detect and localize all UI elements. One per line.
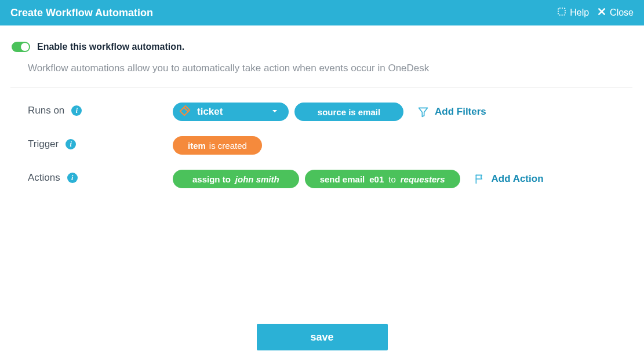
actions-label-wrap: Actions i: [10, 170, 173, 184]
email-mid: to: [388, 174, 396, 184]
runs-on-label: Runs on: [28, 105, 64, 116]
runs-on-label-wrap: Runs on i: [10, 103, 173, 116]
save-button[interactable]: save: [257, 324, 388, 350]
trigger-bold: item: [188, 141, 206, 151]
actions-label: Actions: [28, 172, 60, 184]
info-icon[interactable]: i: [71, 105, 82, 116]
page-title: Create Workflow Automation: [10, 7, 153, 19]
filter-pill-source-text: source is email: [318, 107, 380, 117]
actions-content: assign to john smith send email e01 to r…: [173, 170, 544, 188]
trigger-rest: is created: [209, 141, 247, 151]
flag-icon: [474, 173, 486, 185]
action-pill-email[interactable]: send email e01 to requesters: [305, 170, 460, 188]
header: Create Workflow Automation Help Close: [0, 0, 644, 25]
add-filters-button[interactable]: Add Filters: [417, 106, 486, 118]
runs-on-row: Runs on i ticket source is email: [10, 103, 632, 121]
header-actions: Help Close: [557, 7, 634, 19]
add-action-button[interactable]: Add Action: [474, 173, 544, 185]
trigger-content: item is created: [173, 136, 262, 155]
help-button[interactable]: Help: [557, 7, 589, 19]
assign-target: john smith: [235, 174, 279, 184]
config-rows: Runs on i ticket source is email: [10, 87, 632, 188]
filter-icon: [417, 106, 429, 118]
close-button[interactable]: Close: [597, 7, 634, 19]
description-text: Workflow automations allow you to automa…: [10, 63, 632, 87]
enable-row: Enable this workflow automation.: [10, 42, 632, 52]
enable-toggle[interactable]: [12, 42, 30, 52]
add-filters-label: Add Filters: [435, 106, 486, 118]
trigger-label-wrap: Trigger i: [10, 136, 173, 150]
email-prefix: send email: [320, 174, 365, 184]
assign-prefix: assign to: [192, 174, 231, 184]
email-target: requesters: [401, 174, 445, 184]
filter-pill-source[interactable]: source is email: [294, 103, 403, 121]
actions-row: Actions i assign to john smith send emai…: [10, 170, 632, 188]
ticket-icon: [179, 104, 191, 120]
runs-on-content: ticket source is email Add Filters: [173, 103, 486, 121]
trigger-row: Trigger i item is created: [10, 136, 632, 155]
info-icon[interactable]: i: [66, 139, 76, 149]
item-type-dropdown[interactable]: ticket: [173, 103, 289, 121]
close-label: Close: [610, 8, 634, 18]
enable-label: Enable this workflow automation.: [37, 42, 184, 52]
save-wrap: save: [0, 324, 644, 350]
info-icon[interactable]: i: [67, 173, 78, 183]
trigger-pill[interactable]: item is created: [173, 136, 262, 155]
help-label: Help: [570, 8, 589, 18]
close-icon: [597, 7, 606, 19]
trigger-label: Trigger: [28, 138, 59, 150]
email-id: e01: [369, 174, 384, 184]
chevron-down-icon: [271, 106, 278, 118]
content: Enable this workflow automation. Workflo…: [0, 25, 644, 188]
help-icon: [557, 7, 566, 19]
svg-marker-3: [419, 108, 428, 116]
action-pill-assign[interactable]: assign to john smith: [173, 170, 299, 188]
svg-rect-0: [558, 8, 565, 15]
item-type-value: ticket: [197, 106, 223, 118]
add-action-label: Add Action: [492, 173, 544, 185]
